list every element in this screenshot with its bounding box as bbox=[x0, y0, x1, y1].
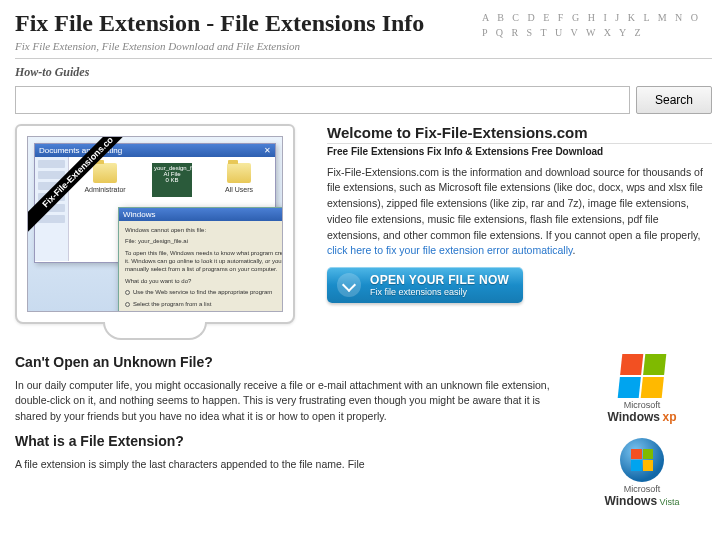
alpha-index-nav: A B C D E F G H I J K L M N O P Q R S T … bbox=[482, 10, 712, 40]
windows-vista-badge[interactable]: Microsoft Windows Vista bbox=[572, 438, 712, 508]
windows-logo-icon bbox=[620, 354, 664, 398]
site-subtitle: Fix File Extension, File Extension Downl… bbox=[15, 40, 482, 52]
os-version: Vista bbox=[660, 497, 680, 507]
site-title: Fix File Extension - File Extensions Inf… bbox=[15, 10, 482, 38]
welcome-period: . bbox=[573, 244, 576, 256]
alpha-link[interactable]: O bbox=[691, 12, 701, 23]
folder-label: Administrator bbox=[84, 186, 125, 193]
windows-xp-badge[interactable]: Microsoft Windows xp bbox=[572, 354, 712, 424]
alpha-link[interactable]: K bbox=[628, 12, 638, 23]
section-heading: Can't Open an Unknown File? bbox=[15, 354, 552, 370]
os-version: xp bbox=[663, 410, 677, 424]
download-arrow-icon bbox=[337, 273, 361, 297]
folder-icon bbox=[93, 163, 117, 183]
file-size: 0 KB bbox=[154, 177, 190, 183]
alpha-link[interactable]: Q bbox=[496, 27, 506, 38]
alpha-link[interactable]: Z bbox=[634, 27, 643, 38]
welcome-subheading: Free File Extensions Fix Info & Extensio… bbox=[327, 146, 712, 157]
error-dialog: Windows ✕ Windows cannot open this file:… bbox=[118, 207, 283, 312]
radio-icon bbox=[125, 302, 130, 307]
alpha-link[interactable]: A bbox=[482, 12, 492, 23]
fix-error-link[interactable]: click here to fix your file extension er… bbox=[327, 244, 573, 256]
alpha-link[interactable]: U bbox=[555, 27, 565, 38]
file-name: your_design_file bbox=[154, 165, 190, 171]
dialog-msg: Windows cannot open this file: bbox=[125, 227, 283, 235]
monitor-screen: Fix-File-Extensions.co Documents and Set… bbox=[27, 136, 283, 312]
alpha-link[interactable]: R bbox=[511, 27, 521, 38]
dialog-question: What do you want to do? bbox=[125, 278, 283, 286]
alpha-link[interactable]: J bbox=[615, 12, 622, 23]
dialog-file: File: your_design_file.ai bbox=[125, 238, 283, 246]
section-heading: What is a File Extension? bbox=[15, 433, 552, 449]
alpha-link[interactable]: M bbox=[658, 12, 670, 23]
dialog-opt2: Select the program from a list bbox=[133, 301, 211, 307]
page-header: Fix File Extension - File Extensions Inf… bbox=[15, 10, 712, 59]
alpha-link[interactable]: H bbox=[588, 12, 598, 23]
dialog-opt1: Use the Web service to find the appropri… bbox=[133, 289, 272, 295]
alpha-link[interactable]: N bbox=[675, 12, 685, 23]
radio-icon bbox=[125, 290, 130, 295]
alpha-link[interactable]: P bbox=[482, 27, 490, 38]
close-icon: ✕ bbox=[264, 146, 271, 155]
alpha-link[interactable]: B bbox=[497, 12, 507, 23]
folder-label: All Users bbox=[225, 186, 253, 193]
dialog-title-text: Windows bbox=[123, 210, 155, 219]
alpha-link[interactable]: W bbox=[586, 27, 598, 38]
alpha-link[interactable]: C bbox=[512, 12, 522, 23]
section-paragraph: A file extension is simply the last char… bbox=[15, 457, 552, 473]
nav-howto-link[interactable]: How-to Guides bbox=[15, 65, 89, 79]
alpha-link[interactable]: F bbox=[558, 12, 567, 23]
os-brand: Windows bbox=[607, 410, 660, 424]
search-bar: Search bbox=[15, 86, 712, 114]
nav-howto: How-to Guides bbox=[15, 65, 712, 80]
explorer-titlebar: Documents and Setting ✕ bbox=[35, 144, 275, 157]
welcome-text: Fix-File-Extensions.com is the informati… bbox=[327, 166, 703, 241]
cta-title: OPEN YOUR FILE NOW bbox=[370, 273, 509, 287]
search-input[interactable] bbox=[15, 86, 630, 114]
alpha-link[interactable]: Y bbox=[619, 27, 629, 38]
cta-subtitle: Fix file extensions easily bbox=[370, 287, 509, 297]
search-button[interactable]: Search bbox=[636, 86, 712, 114]
os-vendor: Microsoft bbox=[624, 400, 661, 410]
alpha-link[interactable]: D bbox=[528, 12, 538, 23]
alpha-link[interactable]: L bbox=[643, 12, 652, 23]
hero-illustration: Fix-File-Extensions.co Documents and Set… bbox=[15, 124, 315, 324]
open-file-cta-button[interactable]: OPEN YOUR FILE NOW Fix file extensions e… bbox=[327, 267, 523, 303]
alpha-link[interactable]: E bbox=[543, 12, 552, 23]
dialog-desc: To open this file, Windows needs to know… bbox=[125, 250, 283, 273]
alpha-link[interactable]: T bbox=[541, 27, 550, 38]
section-paragraph: In our daily computer life, you might oc… bbox=[15, 378, 552, 425]
os-brand: Windows bbox=[605, 494, 658, 508]
os-vendor: Microsoft bbox=[624, 484, 661, 494]
dialog-titlebar: Windows ✕ bbox=[119, 208, 283, 221]
welcome-paragraph: Fix-File-Extensions.com is the informati… bbox=[327, 165, 712, 260]
alpha-link[interactable]: V bbox=[571, 27, 581, 38]
monitor-frame-icon: Fix-File-Extensions.co Documents and Set… bbox=[15, 124, 295, 324]
alpha-link[interactable]: I bbox=[603, 12, 609, 23]
alpha-link[interactable]: G bbox=[572, 12, 582, 23]
alpha-link[interactable]: X bbox=[604, 27, 614, 38]
folder-icon bbox=[227, 163, 251, 183]
vista-orb-icon bbox=[620, 438, 664, 482]
welcome-heading: Welcome to Fix-File-Extensions.com bbox=[327, 124, 712, 144]
alpha-link[interactable]: S bbox=[527, 27, 536, 38]
